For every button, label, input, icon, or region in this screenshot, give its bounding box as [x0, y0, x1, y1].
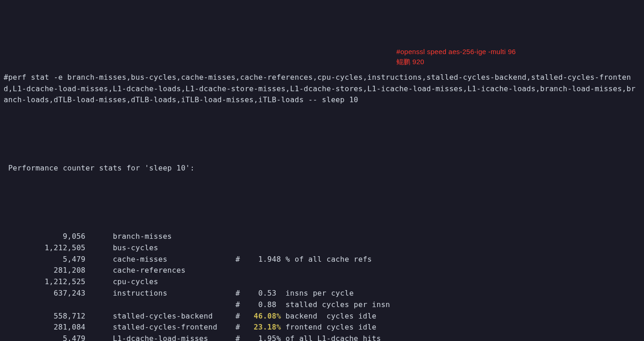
command-line: #perf stat -e branch-misses,bus-cycles,c…	[4, 72, 640, 106]
blank-line	[4, 129, 640, 140]
counter-row: 1,212,505 bus-cycles	[4, 242, 640, 254]
counter-row: 9,056 branch-misses	[4, 231, 640, 242]
counter-row: 637,243 instructions # 0.53 insns per cy…	[4, 288, 640, 299]
counter-row: 281,208 cache-references	[4, 265, 640, 276]
counter-row: 5,479 L1-dcache-load-misses # 1.95% of a…	[4, 333, 640, 341]
annotation-line2: 鲲鹏 920	[396, 57, 516, 67]
header-line: Performance counter stats for 'sleep 10'…	[4, 163, 640, 174]
counter-row: 281,084 stalled-cycles-frontend # 23.18%…	[4, 322, 640, 333]
annotation-line1: #openssl speed aes-256-ige -multi 96	[396, 47, 516, 57]
counter-table: 9,056 branch-misses 1,212,505 bus-cycles…	[4, 231, 640, 341]
highlight-percent: 23.18%	[254, 323, 281, 331]
terminal-output[interactable]: #perf stat -e branch-misses,bus-cycles,c…	[0, 45, 644, 341]
blank-line	[4, 197, 640, 209]
counter-row: 1,212,525 cpu-cycles	[4, 276, 640, 288]
counter-row: 5,479 cache-misses # 1.948 % of all cach…	[4, 254, 640, 265]
counter-row: 558,712 stalled-cycles-backend # 46.08% …	[4, 311, 640, 322]
annotation-overlay: #openssl speed aes-256-ige -multi 96 鲲鹏 …	[396, 47, 516, 67]
highlight-percent: 46.08%	[254, 312, 281, 320]
counter-row: # 0.88 stalled cycles per insn	[4, 299, 640, 311]
